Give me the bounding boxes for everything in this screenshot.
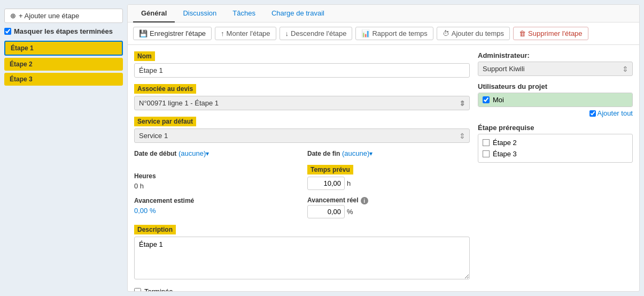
add-all-row: Ajouter tout bbox=[478, 109, 633, 117]
left-column: Nom Associée au devis N°00971 ligne 1 - … bbox=[134, 51, 470, 285]
temps-prevu-group: h bbox=[307, 177, 470, 190]
plus-icon: ⊕ bbox=[10, 12, 16, 20]
up-label: Monter l'étape bbox=[227, 29, 270, 37]
user-item-moi: Moi bbox=[478, 93, 632, 107]
prerequisite-item-3: Étape 3 bbox=[483, 148, 628, 160]
add-stage-button[interactable]: ⊕ + Ajouter une étape bbox=[4, 9, 123, 23]
description-field-group: Description Étape 1 bbox=[134, 225, 470, 281]
date-fin-value[interactable]: (aucune)▾ bbox=[342, 150, 373, 157]
prerequisite-item-2: Étape 2 bbox=[483, 137, 628, 148]
avancement-reel-field: Avancement réel i % bbox=[307, 196, 470, 218]
save-icon: 💾 bbox=[139, 29, 148, 37]
heures-value: 0 h bbox=[134, 182, 297, 190]
prerequisite-label: Étape prérequise bbox=[478, 124, 633, 132]
main-panel: Général Discussion Tâches Charge de trav… bbox=[127, 4, 640, 292]
content-area: Nom Associée au devis N°00971 ligne 1 - … bbox=[128, 45, 639, 291]
temps-prevu-unit: h bbox=[347, 179, 351, 187]
date-debut-label: Date de début bbox=[134, 150, 176, 157]
tab-discussion[interactable]: Discussion bbox=[175, 5, 224, 22]
nom-label: Nom bbox=[134, 51, 155, 61]
nom-field-group: Nom bbox=[134, 51, 470, 78]
save-button[interactable]: 💾 Enregistrer l'étape bbox=[133, 27, 212, 40]
service-field-group: Service par défaut Service 1 ⇕ bbox=[134, 117, 470, 143]
users-label: Utilisateurs du projet bbox=[478, 82, 633, 90]
stage-item-2[interactable]: Étape 2 bbox=[4, 58, 123, 71]
up-button[interactable]: ↑ Monter l'étape bbox=[215, 27, 276, 40]
save-label: Enregistrer l'étape bbox=[150, 29, 206, 37]
avancement-reel-input[interactable] bbox=[307, 205, 345, 218]
description-label: Description bbox=[134, 225, 176, 234]
service-select-wrapper: Service 1 ⇕ bbox=[134, 128, 470, 143]
date-row: Date de début (aucune)▾ Date de fin (auc… bbox=[134, 149, 470, 158]
toolbar: 💾 Enregistrer l'étape ↑ Monter l'étape ↓… bbox=[128, 22, 639, 45]
avancement-estime-label: Avancement estimé bbox=[134, 197, 194, 204]
tab-general[interactable]: Général bbox=[133, 5, 175, 22]
avancement-reel-unit: % bbox=[347, 208, 353, 216]
date-debut-value[interactable]: (aucune)▾ bbox=[179, 150, 209, 157]
service-select[interactable]: Service 1 bbox=[134, 128, 470, 143]
hide-completed-row: Masquer les étapes terminées bbox=[4, 27, 123, 35]
down-button[interactable]: ↓ Descendre l'étape bbox=[280, 27, 353, 40]
hide-completed-label: Masquer les étapes terminées bbox=[14, 27, 113, 35]
info-icon: i bbox=[361, 197, 368, 204]
down-label: Descendre l'étape bbox=[291, 29, 346, 37]
terminee-label: Terminée bbox=[144, 287, 173, 291]
delete-button[interactable]: 🗑 Supprimer l'étape bbox=[513, 27, 588, 40]
clock-icon: ⏱ bbox=[443, 29, 449, 37]
nom-input[interactable] bbox=[134, 63, 470, 78]
avancement-estime-field: Avancement estimé 0,00 % bbox=[134, 196, 297, 215]
terminee-row: Terminée bbox=[134, 287, 470, 291]
tab-taches[interactable]: Tâches bbox=[224, 5, 263, 22]
heures-field: Heures 0 h bbox=[134, 172, 297, 190]
temps-prevu-field: Temps prévu h bbox=[307, 165, 470, 190]
add-stage-label: + Ajouter une étape bbox=[19, 12, 79, 20]
add-all-checkbox[interactable] bbox=[589, 110, 596, 117]
date-debut-field: Date de début (aucune)▾ bbox=[134, 149, 297, 158]
service-label: Service par défaut bbox=[134, 117, 196, 126]
avancement-row: Avancement estimé 0,00 % Avancement réel… bbox=[134, 196, 470, 218]
prereq-3-checkbox-sq[interactable] bbox=[483, 150, 490, 157]
assoc-select-wrapper: N°00971 ligne 1 - Étape 1 ⇕ bbox=[134, 96, 470, 110]
date-fin-label: Date de fin bbox=[307, 150, 340, 157]
prereq-3-label: Étape 3 bbox=[493, 150, 517, 158]
assoc-field-group: Associée au devis N°00971 ligne 1 - Étap… bbox=[134, 84, 470, 110]
sidebar: ⊕ + Ajouter une étape Masquer les étapes… bbox=[4, 4, 127, 292]
add-time-button[interactable]: ⏱ Ajouter du temps bbox=[437, 27, 510, 40]
add-time-label: Ajouter du temps bbox=[452, 29, 504, 37]
admin-select-wrapper: Support Kiwili ⇕ bbox=[478, 62, 633, 76]
tab-charge[interactable]: Charge de travail bbox=[263, 5, 332, 22]
assoc-label: Associée au devis bbox=[134, 84, 196, 94]
stage-item-1[interactable]: Étape 1 bbox=[4, 41, 123, 56]
admin-select[interactable]: Support Kiwili bbox=[478, 62, 633, 76]
stage-item-3[interactable]: Étape 3 bbox=[4, 73, 123, 86]
temps-prevu-label: Temps prévu bbox=[307, 165, 353, 174]
right-column: Administrateur: Support Kiwili ⇕ Utilisa… bbox=[478, 51, 633, 285]
avancement-reel-label-row: Avancement réel i bbox=[307, 196, 470, 205]
down-icon: ↓ bbox=[285, 29, 289, 37]
delete-label: Supprimer l'étape bbox=[528, 29, 582, 37]
user-moi-checkbox[interactable] bbox=[483, 96, 490, 103]
add-all-link[interactable]: Ajouter tout bbox=[589, 109, 633, 117]
date-fin-text: (aucune) bbox=[342, 149, 369, 157]
temps-prevu-input[interactable] bbox=[307, 177, 345, 190]
users-section: Utilisateurs du projet Moi Ajouter tout bbox=[478, 82, 633, 117]
avancement-estime-value: 0,00 % bbox=[134, 207, 297, 215]
up-icon: ↑ bbox=[221, 29, 224, 37]
heures-label: Heures bbox=[134, 172, 156, 180]
admin-label: Administrateur: bbox=[478, 51, 633, 59]
terminee-checkbox[interactable] bbox=[134, 288, 141, 291]
hide-completed-checkbox[interactable] bbox=[4, 28, 11, 35]
prereq-2-checkbox-sq[interactable] bbox=[483, 139, 490, 146]
rapport-button[interactable]: 📊 Rapport de temps bbox=[355, 27, 433, 40]
date-debut-text: (aucune) bbox=[179, 149, 206, 157]
rapport-label: Rapport de temps bbox=[372, 29, 427, 37]
description-textarea[interactable]: Étape 1 bbox=[134, 237, 470, 279]
trash-icon: 🗑 bbox=[519, 29, 526, 37]
prerequisite-box: Étape 2 Étape 3 bbox=[478, 134, 633, 163]
add-all-label: Ajouter tout bbox=[598, 109, 633, 117]
avancement-reel-label: Avancement réel bbox=[307, 196, 359, 204]
assoc-select[interactable]: N°00971 ligne 1 - Étape 1 bbox=[134, 96, 470, 110]
chart-icon: 📊 bbox=[361, 29, 370, 37]
admin-section: Administrateur: Support Kiwili ⇕ bbox=[478, 51, 633, 76]
users-box: Moi bbox=[478, 93, 633, 107]
